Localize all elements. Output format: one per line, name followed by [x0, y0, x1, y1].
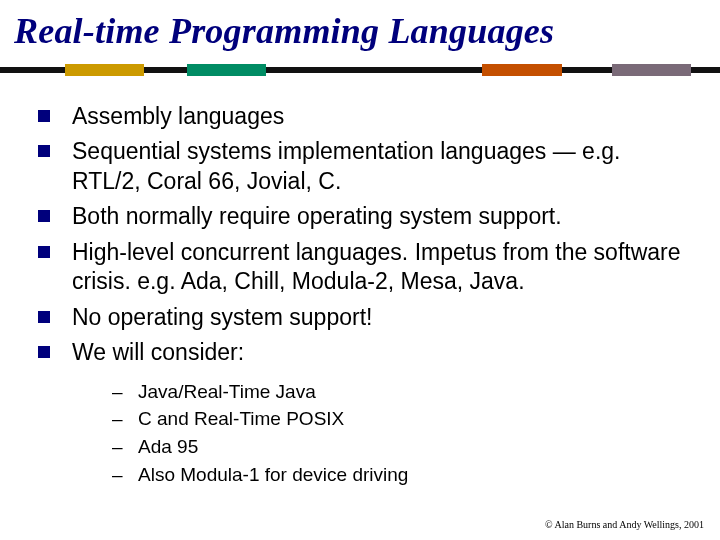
square-bullet-icon	[38, 246, 50, 258]
sub-bullet-text: C and Real-Time POSIX	[138, 407, 344, 432]
decorative-bar	[0, 64, 720, 76]
bullet-text: Sequential systems implementation langua…	[72, 137, 692, 196]
bullet-text: We will consider:	[72, 338, 244, 367]
copyright-footer: © Alan Burns and Andy Wellings, 2001	[545, 519, 704, 530]
bar-accent-mauve	[612, 64, 691, 76]
bullet-text: Assembly languages	[72, 102, 284, 131]
dash-bullet-icon: –	[112, 435, 128, 460]
square-bullet-icon	[38, 110, 50, 122]
slide-title: Real-time Programming Languages	[0, 0, 720, 58]
sub-bullet-text: Also Modula-1 for device driving	[138, 463, 408, 488]
slide-body: Assembly languages Sequential systems im…	[0, 76, 720, 487]
sub-list: – Java/Real-Time Java – C and Real-Time …	[112, 380, 692, 488]
list-item: – Also Modula-1 for device driving	[112, 463, 692, 488]
list-item: We will consider:	[38, 338, 692, 367]
list-item: High-level concurrent languages. Impetus…	[38, 238, 692, 297]
square-bullet-icon	[38, 145, 50, 157]
list-item: Assembly languages	[38, 102, 692, 131]
list-item: – Java/Real-Time Java	[112, 380, 692, 405]
dash-bullet-icon: –	[112, 407, 128, 432]
bullet-text: No operating system support!	[72, 303, 372, 332]
sub-bullet-text: Java/Real-Time Java	[138, 380, 316, 405]
bar-accent-orange	[482, 64, 561, 76]
dash-bullet-icon: –	[112, 380, 128, 405]
list-item: – Ada 95	[112, 435, 692, 460]
bar-accent-teal	[187, 64, 266, 76]
bullet-text: Both normally require operating system s…	[72, 202, 562, 231]
bar-accent-gold	[65, 64, 144, 76]
list-item: Both normally require operating system s…	[38, 202, 692, 231]
dash-bullet-icon: –	[112, 463, 128, 488]
square-bullet-icon	[38, 210, 50, 222]
square-bullet-icon	[38, 346, 50, 358]
list-item: Sequential systems implementation langua…	[38, 137, 692, 196]
list-item: No operating system support!	[38, 303, 692, 332]
list-item: – C and Real-Time POSIX	[112, 407, 692, 432]
sub-bullet-text: Ada 95	[138, 435, 198, 460]
bullet-text: High-level concurrent languages. Impetus…	[72, 238, 692, 297]
square-bullet-icon	[38, 311, 50, 323]
